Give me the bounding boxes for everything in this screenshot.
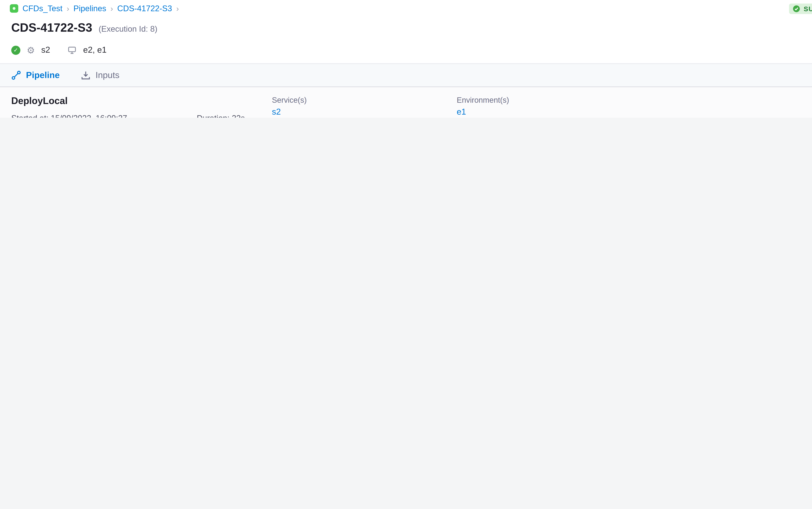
environments-value[interactable]: e1: [457, 107, 641, 117]
breadcrumb-project[interactable]: CFDs_Test: [23, 4, 62, 13]
chevron-right-icon: ›: [67, 4, 69, 13]
execution-id: (Execution Id: 8): [99, 25, 157, 33]
tab-inputs[interactable]: Inputs: [81, 64, 119, 87]
chevron-right-icon: ›: [176, 4, 179, 13]
status-label: SUCCESS: [804, 5, 812, 12]
check-circle-icon: [792, 5, 800, 12]
top-bar: CFDs_Test › Pipelines › CDS-41722-S3 › S…: [0, 0, 812, 15]
inputs-icon: [81, 70, 90, 80]
stage-name[interactable]: DeployLocal: [11, 96, 272, 106]
deploy-success-icon: ✓: [11, 45, 20, 55]
chevron-right-icon: ›: [110, 4, 113, 13]
page-title: CDS-41722-S3: [11, 21, 92, 35]
environments-label: Environment(s): [457, 96, 641, 104]
services-value[interactable]: s2: [272, 107, 457, 117]
status-badge: SUCCESS: [789, 3, 812, 14]
stage-duration: Duration: 22s: [197, 114, 245, 118]
breadcrumb: CFDs_Test › Pipelines › CDS-41722-S3 ›: [10, 4, 179, 13]
environment-icon: [68, 45, 77, 55]
stage-summary: DeployLocal Started at: 15/09/2022, 16:0…: [0, 87, 812, 118]
environment-tags[interactable]: e2, e1: [83, 45, 107, 55]
pipeline-icon: [11, 70, 21, 80]
tab-pipeline[interactable]: Pipeline: [11, 64, 60, 87]
gear-icon: ⚙: [27, 45, 35, 55]
view-tabs: Pipeline Inputs Console View: [0, 63, 812, 87]
breadcrumb-pipelines[interactable]: Pipelines: [73, 4, 106, 13]
app-window: CFDs_Test › Pipelines › CDS-41722-S3 › S…: [0, 0, 812, 118]
stage-started: Started at: 15/09/2022, 16:09:27: [11, 114, 197, 118]
project-logo-icon: [10, 4, 19, 13]
execution-header: CDS-41722-S3 (Execution Id: 8): [0, 15, 812, 35]
services-label: Service(s): [272, 96, 457, 104]
service-tag[interactable]: s2: [41, 45, 50, 55]
breadcrumb-pipeline-name[interactable]: CDS-41722-S3: [117, 4, 172, 13]
tab-pipeline-label: Pipeline: [26, 70, 60, 80]
tab-inputs-label: Inputs: [96, 70, 119, 80]
execution-meta: ✓ ⚙ s2 e2, e1 Admin: [0, 35, 812, 58]
